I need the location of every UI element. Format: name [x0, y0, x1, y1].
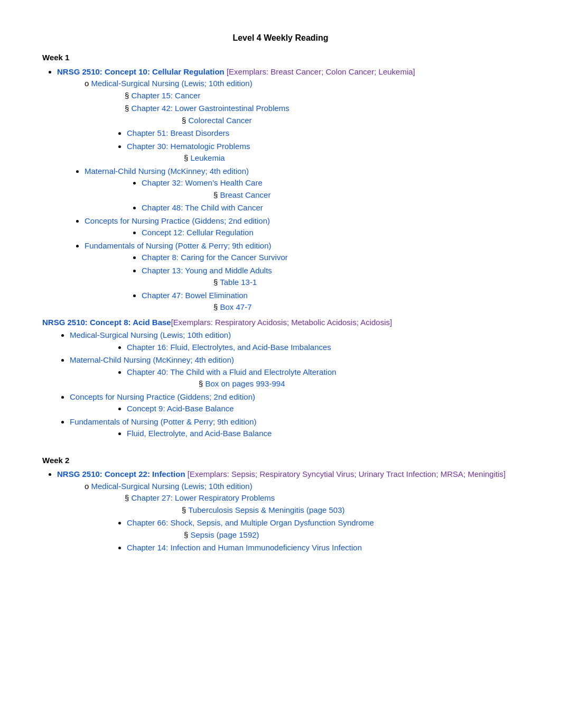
medsurg-nursing-item: Medical-Surgical Nursing (Lewis; 10th ed…	[85, 78, 519, 164]
ch30-label: Chapter 30: Hematologic Problems	[127, 142, 250, 151]
ch27-label: Chapter 27: Lower Respiratory Problems	[132, 493, 275, 502]
fluid-elec-label: Fluid, Electrolyte, and Acid-Base Balanc…	[127, 429, 272, 438]
breast-cancer-label: Breast Cancer	[220, 190, 271, 199]
concepts-nursing-item: Concepts for Nursing Practice (Giddens; …	[85, 215, 519, 239]
concept8-exemplars: [Exemplars: Respiratory Acidosis; Metabo…	[171, 318, 392, 327]
ch32-item: Chapter 32: Women’s Health Care Breast C…	[142, 177, 519, 201]
ch51-item: Chapter 51: Breast Disorders	[127, 127, 519, 140]
ch48-label: Chapter 48: The Child with Cancer	[142, 203, 263, 212]
w2-medsurg-label: Medical-Surgical Nursing (Lewis; 10th ed…	[91, 482, 253, 491]
concept9-label: Concept 9: Acid-Base Balance	[127, 404, 234, 413]
box993-item: Box on pages 993-994	[199, 378, 519, 390]
ch42-label: Chapter 42: Lower Gastrointestinal Probl…	[132, 104, 289, 113]
acid-fundamentals-item: Fundamentals of Nursing (Potter & Perry;…	[70, 416, 519, 440]
tb-sepsis-label: Tuberculosis Sepsis & Meningitis (page 5…	[188, 505, 344, 514]
ch14-label: Chapter 14: Infection and Human Immunode…	[127, 543, 362, 552]
concept10-header: NRSG 2510: Concept 10: Cellular Regulati…	[57, 67, 225, 76]
ch66-item: Chapter 66: Shock, Sepsis, and Multiple …	[127, 517, 519, 541]
acid-medsurg-item: Medical-Surgical Nursing (Lewis; 10th ed…	[70, 329, 519, 353]
box993-label: Box on pages 993-994	[205, 379, 285, 388]
ch66-label: Chapter 66: Shock, Sepsis, and Multiple …	[127, 518, 374, 527]
ch13-label: Chapter 13: Young and Middle Adults	[142, 266, 272, 275]
fundamentals-label: Fundamentals of Nursing (Potter & Perry;…	[85, 241, 272, 250]
ch42-item: Chapter 42: Lower Gastrointestinal Probl…	[125, 103, 519, 126]
concept9-item: Concept 9: Acid-Base Balance	[127, 403, 519, 415]
concept8-block: NRSG 2510: Concept 8: Acid Base[Exemplar…	[42, 317, 519, 329]
sepsis-page-label: Sepsis (page 1592)	[191, 530, 259, 539]
medsurg-nursing-label: Medical-Surgical Nursing (Lewis; 10th ed…	[91, 79, 253, 88]
leukemia-item: Leukemia	[184, 152, 519, 164]
table13-label: Table 13-1	[220, 278, 257, 287]
acid-concepts-item: Concepts for Nursing Practice (Giddens; …	[70, 391, 519, 415]
maternal-child-item: Maternal-Child Nursing (McKinney; 4th ed…	[85, 165, 519, 214]
table13-item: Table 13-1	[213, 277, 519, 289]
acid-fundamentals-label: Fundamentals of Nursing (Potter & Perry;…	[70, 417, 257, 426]
breast-cancer-item: Breast Cancer	[213, 189, 519, 201]
ch32-label: Chapter 32: Women’s Health Care	[142, 178, 263, 187]
ch8-label: Chapter 8: Caring for the Cancer Survivo…	[142, 253, 288, 262]
concepts-nursing-label: Concepts for Nursing Practice (Giddens; …	[85, 216, 270, 225]
nrsg-concept22-item: NRSG 2510: Concept 22: Infection [Exempl…	[57, 468, 519, 554]
nrsg-concept10-item: NRSG 2510: Concept 10: Cellular Regulati…	[57, 66, 519, 314]
ch8-item: Chapter 8: Caring for the Cancer Survivo…	[142, 252, 519, 264]
acid-maternal-label: Maternal-Child Nursing (McKinney; 4th ed…	[70, 355, 234, 364]
concept12-label: Concept 12: Cellular Regulation	[142, 228, 254, 237]
acid-maternal-item: Maternal-Child Nursing (McKinney; 4th ed…	[70, 354, 519, 390]
week2-label: Week 2	[42, 455, 519, 467]
concept22-header: NRSG 2510: Concept 22: Infection	[57, 469, 185, 478]
colorectal-label: Colorectal Cancer	[189, 116, 252, 125]
ch16-label: Chapter 16: Fluid, Electrolytes, and Aci…	[127, 343, 331, 352]
acid-medsurg-label: Medical-Surgical Nursing (Lewis; 10th ed…	[70, 330, 231, 339]
concept12-item: Concept 12: Cellular Regulation	[142, 227, 519, 239]
ch27-item: Chapter 27: Lower Respiratory Problems T…	[125, 492, 519, 516]
box47-label: Box 47-7	[220, 302, 252, 311]
tb-sepsis-item: Tuberculosis Sepsis & Meningitis (page 5…	[182, 504, 519, 517]
ch48-item: Chapter 48: The Child with Cancer	[142, 202, 519, 214]
sepsis-page-item: Sepsis (page 1592)	[184, 529, 519, 541]
box47-item: Box 47-7	[213, 301, 519, 314]
concept8-header: NRSG 2510: Concept 8: Acid Base	[42, 318, 171, 327]
ch13-item: Chapter 13: Young and Middle Adults Tabl…	[142, 265, 519, 289]
ch51-label: Chapter 51: Breast Disorders	[127, 128, 229, 137]
ch47-item: Chapter 47: Bowel Elimination Box 47-7	[142, 290, 519, 314]
fluid-elec-item: Fluid, Electrolyte, and Acid-Base Balanc…	[127, 428, 519, 440]
concept22-exemplars: [Exemplars: Sepsis; Respiratory Syncytia…	[188, 469, 506, 478]
fundamentals-item: Fundamentals of Nursing (Potter & Perry;…	[85, 240, 519, 314]
maternal-child-label: Maternal-Child Nursing (McKinney; 4th ed…	[85, 167, 249, 176]
ch47-label: Chapter 47: Bowel Elimination	[142, 291, 248, 300]
ch15-item: Chapter 15: Cancer	[125, 90, 519, 102]
ch15-label: Chapter 15: Cancer	[132, 91, 201, 100]
ch16-item: Chapter 16: Fluid, Electrolytes, and Aci…	[127, 342, 519, 354]
ch30-item: Chapter 30: Hematologic Problems Leukemi…	[127, 141, 519, 164]
ch14-item: Chapter 14: Infection and Human Immunode…	[127, 542, 519, 554]
colorectal-item: Colorectal Cancer	[182, 115, 519, 127]
w2-medsurg-item: Medical-Surgical Nursing (Lewis; 10th ed…	[85, 481, 519, 554]
leukemia-label: Leukemia	[191, 153, 225, 162]
week1-label: Week 1	[42, 52, 519, 64]
concept10-exemplars: [Exemplars: Breast Cancer; Colon Cancer;…	[227, 67, 415, 76]
page-title: Level 4 Weekly Reading	[42, 32, 519, 44]
acid-concepts-label: Concepts for Nursing Practice (Giddens; …	[70, 392, 255, 401]
ch40-item: Chapter 40: The Child with a Fluid and E…	[127, 366, 519, 390]
ch40-label: Chapter 40: The Child with a Fluid and E…	[127, 367, 336, 376]
